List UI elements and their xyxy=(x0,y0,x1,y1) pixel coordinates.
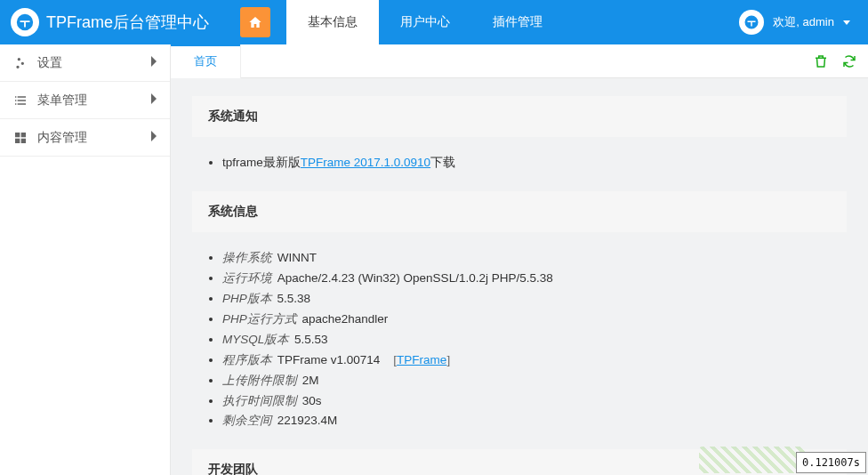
panel-title-sysinfo: 系统信息 xyxy=(192,191,847,232)
sidebar-item-label: 内容管理 xyxy=(37,130,150,146)
chevron-right-icon xyxy=(150,56,157,69)
grid-icon xyxy=(12,131,28,145)
brand-title: TPFrame后台管理中心 xyxy=(46,12,209,33)
sidebar-item-content-manage[interactable]: 内容管理 xyxy=(0,119,170,157)
list-item: 剩余空间 221923.4M xyxy=(222,411,841,431)
sysinfo-value: 5.5.53 xyxy=(294,333,328,346)
notice-link[interactable]: TPFrame 2017.1.0.0910 xyxy=(301,156,430,169)
brand-logo-icon xyxy=(11,8,39,36)
sysinfo-label: PHP版本 xyxy=(222,292,276,305)
chevron-right-icon xyxy=(150,93,157,107)
list-item: 程序版本 TPFrame v1.00714 [TPFrame] xyxy=(222,350,841,371)
chevron-right-icon xyxy=(150,131,157,144)
tabbar-actions xyxy=(813,53,857,69)
nav-tab-basic-info[interactable]: 基本信息 xyxy=(286,0,379,44)
timer-badge: 0.121007s xyxy=(796,452,866,473)
list-icon xyxy=(12,93,28,108)
list-item: PHP版本 5.5.38 xyxy=(222,289,841,310)
user-welcome-text: 欢迎, admin xyxy=(773,14,834,30)
sysinfo-label: 操作系统 xyxy=(222,251,276,264)
user-avatar-icon xyxy=(739,10,764,35)
panel-body-sysinfo: 操作系统 WINNT运行环境 Apache/2.4.23 (Win32) Ope… xyxy=(192,245,847,449)
sysinfo-value: 30s xyxy=(302,394,322,407)
refresh-button[interactable] xyxy=(841,53,857,69)
sysinfo-label: 上传附件限制 xyxy=(222,374,301,387)
watermark xyxy=(699,447,806,473)
notice-prefix: tpframe最新版 xyxy=(222,156,301,169)
list-item: PHP运行方式 apache2handler xyxy=(222,310,841,330)
header-nav: 基本信息 用户中心 插件管理 xyxy=(286,0,564,44)
main-scroll-area[interactable]: 系统通知 tpframe最新版TPFrame 2017.1.0.0910下载 系… xyxy=(171,78,868,475)
sysinfo-value: TPFrame v1.00714 xyxy=(277,353,381,366)
sysinfo-link[interactable]: TPFrame xyxy=(397,353,446,366)
close-tabs-button[interactable] xyxy=(813,53,829,69)
sysinfo-value: 5.5.38 xyxy=(277,292,311,305)
brand-area: TPFrame后台管理中心 xyxy=(0,8,231,36)
sysinfo-label: PHP运行方式 xyxy=(222,312,301,326)
sysinfo-value: 2M xyxy=(302,374,319,387)
sysinfo-value: apache2handler xyxy=(302,312,389,326)
sysinfo-label: 程序版本 xyxy=(222,353,276,366)
sysinfo-label: 剩余空间 xyxy=(222,414,276,427)
sysinfo-label: 运行环境 xyxy=(222,271,276,285)
sidebar: 设置 菜单管理 内容管理 xyxy=(0,44,171,475)
sysinfo-value: WINNT xyxy=(277,251,317,264)
sysinfo-label: 执行时间限制 xyxy=(222,394,301,407)
panel-title-notice: 系统通知 xyxy=(192,96,847,137)
list-item: 执行时间限制 30s xyxy=(222,391,841,412)
sidebar-item-label: 设置 xyxy=(37,55,150,71)
list-item: tpframe最新版TPFrame 2017.1.0.0910下载 xyxy=(222,153,841,173)
list-item: MYSQL版本 5.5.53 xyxy=(222,330,841,350)
home-button[interactable] xyxy=(240,7,270,37)
home-icon xyxy=(248,15,262,29)
cogs-icon xyxy=(12,56,28,70)
nav-tab-user-center[interactable]: 用户中心 xyxy=(379,0,471,44)
sysinfo-value: 221923.4M xyxy=(277,414,338,427)
user-menu[interactable]: 欢迎, admin xyxy=(739,10,868,35)
list-item: 操作系统 WINNT xyxy=(222,248,841,269)
notice-suffix: 下载 xyxy=(430,156,455,169)
top-header: TPFrame后台管理中心 基本信息 用户中心 插件管理 欢迎, admin xyxy=(0,0,868,44)
panel-body-notice: tpframe最新版TPFrame 2017.1.0.0910下载 xyxy=(192,149,847,191)
nav-tab-plugin-manage[interactable]: 插件管理 xyxy=(471,0,564,44)
list-item: 运行环境 Apache/2.4.23 (Win32) OpenSSL/1.0.2… xyxy=(222,269,841,289)
sidebar-item-settings[interactable]: 设置 xyxy=(0,44,170,82)
refresh-icon xyxy=(841,53,857,69)
list-item: 上传附件限制 2M xyxy=(222,371,841,391)
sidebar-item-label: 菜单管理 xyxy=(37,93,150,109)
content-area: 首页 系统通知 tpframe最新版TPFrame 2017.1.0.0910下… xyxy=(171,44,868,475)
sysinfo-label: MYSQL版本 xyxy=(222,333,293,346)
sysinfo-value: Apache/2.4.23 (Win32) OpenSSL/1.0.2j PHP… xyxy=(277,271,553,285)
sidebar-item-menu-manage[interactable]: 菜单管理 xyxy=(0,82,170,119)
caret-down-icon xyxy=(843,20,850,25)
trash-icon xyxy=(813,53,829,69)
page-tabbar: 首页 xyxy=(171,44,868,78)
page-tab-home[interactable]: 首页 xyxy=(171,44,241,78)
